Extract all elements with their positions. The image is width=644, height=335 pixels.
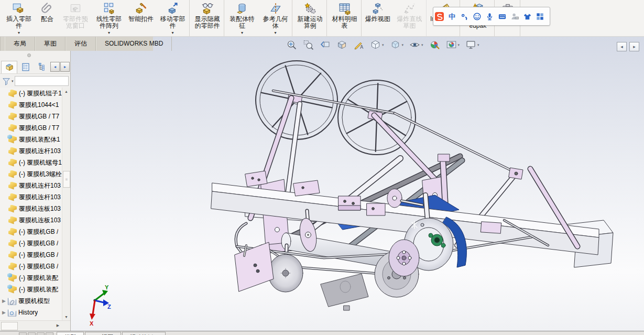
tree-item[interactable]: 覆膜机连杆103 <box>0 191 62 203</box>
tree-item[interactable]: 覆膜机1044<1 <box>0 99 62 111</box>
chinese-mode-icon[interactable] <box>447 12 456 21</box>
pane-toggle-left-button[interactable]: ◂ <box>617 42 627 51</box>
pane-toggle-right-button[interactable]: ▸ <box>629 42 639 51</box>
expand-arrow-icon[interactable]: ▶ <box>2 298 8 304</box>
headsup-button[interactable] <box>336 39 348 50</box>
ribbon-button[interactable]: 插入零部件 ▾ <box>2 0 36 36</box>
tree-item[interactable]: 覆膜机连杆103 <box>0 180 62 191</box>
tree-item[interactable]: 覆膜机连板103 <box>0 214 62 226</box>
featuremanager-tab[interactable] <box>1 61 17 73</box>
panel-splitter-handle[interactable] <box>27 53 31 57</box>
scroll-down-arrow-icon[interactable]: ▼ <box>62 313 70 321</box>
tree-item[interactable]: (-) 覆膜机GB / <box>0 237 62 249</box>
headsup-button[interactable]: ▾ <box>389 39 405 50</box>
filter-dropdown-caret-icon[interactable]: ▾ <box>12 79 14 83</box>
login-badge-icon[interactable] <box>510 12 519 21</box>
headsup-button[interactable] <box>353 39 365 50</box>
tree-filter-input[interactable] <box>15 76 69 86</box>
punctuation-mode-icon[interactable] <box>460 12 469 21</box>
tree-item[interactable]: (-) 覆膜机辊子1 <box>0 88 62 99</box>
tree-item[interactable]: 覆膜机装配体1 <box>0 134 62 145</box>
part <box>8 124 17 132</box>
ribbon-button-label: 新建运动算例 <box>296 16 324 29</box>
sogou-logo-icon[interactable] <box>435 12 444 21</box>
commandmanager-tab[interactable]: SOLIDWORKS MBD <box>96 37 172 51</box>
tree-item[interactable]: (-) 覆膜机GB / <box>0 249 62 261</box>
ribbon-button[interactable]: 配合 <box>36 0 59 36</box>
dropdown-caret-icon[interactable]: ▾ <box>18 31 20 35</box>
dropdown-caret-icon[interactable]: ▾ <box>477 43 479 47</box>
headsup-button[interactable] <box>429 39 441 50</box>
dropdown-caret-icon[interactable]: ▾ <box>402 43 404 47</box>
tree-item[interactable]: 覆膜机连板103 <box>0 203 62 214</box>
ribbon-button[interactable]: 显示隐藏的零部件 <box>191 0 224 36</box>
tree-item[interactable]: (-) 覆膜机GB / <box>0 226 62 237</box>
document-view-tab[interactable]: 模型 <box>57 332 84 335</box>
headsup-button[interactable] <box>319 39 331 50</box>
scroll-right-arrow-icon[interactable]: ▶ <box>54 322 62 329</box>
tab-nav-prev-button[interactable] <box>28 332 36 335</box>
ribbon-button[interactable]: 爆炸直线草图 <box>393 0 427 36</box>
tree-horizontal-scrollbar[interactable]: ▶ <box>0 320 70 331</box>
soft-keyboard-icon[interactable] <box>498 12 507 21</box>
ribbon-button[interactable]: 新建运动算例 <box>293 0 327 36</box>
dropdown-caret-icon[interactable]: ▾ <box>421 43 423 47</box>
scrollbar-thumb[interactable] <box>1 322 18 330</box>
panel-tab-forward-button[interactable]: ▸ <box>60 62 70 72</box>
ribbon-button[interactable]: 线性零部件阵列 ▾ <box>92 0 126 36</box>
headsup-button[interactable] <box>302 39 314 50</box>
ribbon-button[interactable]: 参考几何体 ▾ <box>259 0 292 36</box>
panel-tab-back-button[interactable]: ◂ <box>50 62 60 72</box>
propertymanager-tab[interactable] <box>17 61 34 73</box>
tab-nav-last-button[interactable] <box>46 332 53 335</box>
tree-vertical-scrollbar[interactable]: ▲ ≡ ▼ <box>62 88 70 321</box>
skin-icon[interactable] <box>523 12 532 21</box>
dropdown-caret-icon[interactable]: ▾ <box>171 31 173 35</box>
headsup-button[interactable]: ▾ <box>409 39 424 50</box>
ribbon-button[interactable]: 材料明细表 <box>328 0 362 36</box>
dropdown-caret-icon[interactable]: ▾ <box>274 31 276 35</box>
tree-item[interactable]: 覆膜机GB / T7 <box>0 111 62 122</box>
filter-funnel-icon[interactable] <box>2 77 10 85</box>
tree-item[interactable]: (-) 覆膜机3螺栓 <box>0 168 62 180</box>
headsup-button[interactable] <box>286 39 298 50</box>
tab-nav-next-button[interactable] <box>37 332 45 335</box>
voice-input-icon[interactable] <box>485 12 494 21</box>
headsup-button[interactable]: ▾ <box>369 39 385 50</box>
heads-up-toolbar: ▾ ▾ ▾ ▾ ▾ <box>286 39 480 50</box>
new-motion-study-icon <box>303 2 317 15</box>
dropdown-caret-icon[interactable]: ▾ <box>458 43 460 47</box>
model-3d-view[interactable]: Y Z X <box>71 37 644 331</box>
dropdown-caret-icon[interactable]: ▾ <box>382 43 384 47</box>
tree-item[interactable]: (-) 覆膜机螺母1 <box>0 157 62 168</box>
tab-nav-first-button[interactable] <box>19 332 27 335</box>
emoji-icon[interactable] <box>473 12 482 21</box>
scrollbar-thumb[interactable]: ≡ <box>63 171 70 188</box>
tree-item[interactable]: (-) 覆膜机GB / <box>0 261 62 272</box>
toolbox-icon[interactable] <box>536 12 544 21</box>
ribbon-button[interactable]: 零部件预览窗口 <box>59 0 92 36</box>
tree-item[interactable]: ▶ History <box>0 307 62 318</box>
document-view-tab[interactable]: 运动算例 1 <box>122 332 166 335</box>
dropdown-caret-icon[interactable]: ▾ <box>241 31 243 35</box>
headsup-button[interactable]: ▾ <box>445 39 461 50</box>
tree-item[interactable]: 覆膜机连杆103 <box>0 145 62 157</box>
document-view-tab[interactable]: 3D 视图 <box>85 332 121 335</box>
graphics-area[interactable]: Y Z X <box>71 37 644 331</box>
headsup-button[interactable]: ▾ <box>465 39 480 50</box>
dropdown-caret-icon[interactable]: ▾ <box>108 31 110 35</box>
tree-item[interactable]: (-) 覆膜机装配 <box>0 284 62 295</box>
ribbon-button[interactable]: 装配体特征 ▾ <box>225 0 259 36</box>
commandmanager-tab[interactable]: 布局 <box>5 37 35 51</box>
scroll-up-arrow-icon[interactable]: ▲ <box>62 88 70 95</box>
ribbon-button[interactable]: 爆炸视图 <box>363 0 393 36</box>
commandmanager-tab[interactable]: 草图 <box>35 37 66 51</box>
ribbon-button[interactable]: 智能扣件 <box>126 0 156 36</box>
configurationmanager-tab[interactable] <box>34 61 50 73</box>
expand-arrow-icon[interactable]: ▶ <box>2 310 8 315</box>
ribbon-button[interactable]: 移动零部件 ▾ <box>156 0 190 36</box>
tree-item[interactable]: 覆膜机GB / T7 <box>0 122 62 134</box>
tree-item[interactable]: ▶ 覆膜机模型 <box>0 295 62 307</box>
tree-item[interactable]: (-) 覆膜机装配 <box>0 272 62 284</box>
commandmanager-tab[interactable]: 评估 <box>66 37 96 51</box>
